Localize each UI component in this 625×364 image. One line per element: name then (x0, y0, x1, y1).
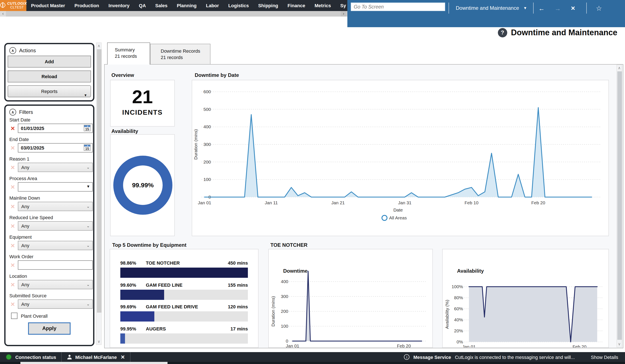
clear-filter-icon[interactable]: ✕ (9, 145, 16, 151)
scroll-down-icon[interactable]: ∨ (96, 339, 101, 344)
clear-filter-icon[interactable]: ✕ (9, 262, 16, 268)
tab-record-count: 21 records (161, 54, 210, 61)
equipment-name: TOE NOTCHER (146, 260, 180, 266)
svg-text:Jan 11: Jan 11 (265, 200, 278, 205)
bottom-scrollbar[interactable] (0, 362, 625, 364)
clear-filter-icon[interactable]: ✕ (9, 281, 16, 288)
scrollbar-thumb[interactable] (617, 71, 622, 340)
process-area-combo[interactable]: ▼ (18, 182, 93, 192)
sidebar-scrollbar[interactable]: ∧ ∨ (96, 42, 102, 345)
filter-label: Mainline Down (9, 195, 93, 200)
svg-text:Duration (mins): Duration (mins) (271, 296, 276, 327)
plant-overall-checkbox[interactable] (11, 313, 17, 319)
tab-downtime-records[interactable]: Downtime Records 21 records (150, 44, 211, 65)
calendar-icon[interactable]: 15 (84, 125, 91, 131)
field-value: Any (18, 224, 29, 228)
reports-label: Reports (41, 89, 57, 94)
favorite-star-icon[interactable]: ☆ (587, 4, 611, 12)
equipment-availability: 99.69% (120, 304, 146, 310)
scroll-right-icon[interactable]: › (341, 11, 346, 17)
reduced-line-speed-select[interactable]: Any⌄ (18, 221, 93, 231)
help-icon[interactable]: ? (498, 28, 507, 37)
menu-scrollbar[interactable]: ‹ › (0, 11, 347, 17)
equipment-select[interactable]: Any⌄ (18, 241, 93, 250)
nav-item-sales[interactable]: Sales (151, 0, 172, 11)
tab-summary[interactable]: Summary 21 records (107, 42, 150, 65)
submitted-source-select[interactable]: Any⌄ (18, 299, 93, 309)
connection-status-icon (6, 354, 11, 360)
work-order-input[interactable] (18, 260, 93, 270)
scrollbar-thumb[interactable] (20, 362, 167, 364)
overview-label: Overview (111, 72, 134, 78)
nav-item-production[interactable]: Production (70, 0, 104, 11)
nav-item-product-master[interactable]: Product Master (26, 0, 70, 11)
collapse-icon[interactable]: ∧ (9, 47, 16, 54)
clear-filter-icon[interactable]: ✕ (9, 184, 16, 190)
nav-item-metrics[interactable]: Metrics (310, 0, 336, 11)
nav-item-logistics[interactable]: Logistics (224, 0, 254, 11)
scroll-up-icon[interactable]: ∧ (617, 66, 622, 70)
clear-filter-icon[interactable]: ✕ (9, 223, 16, 229)
chevron-down-icon: ▼ (523, 6, 527, 10)
toe-notcher-downtime-card: Downtime 0100200300400Jan 01Feb 20Durati… (268, 249, 433, 348)
apply-button[interactable]: Apply (28, 322, 71, 335)
clear-filter-icon[interactable]: ✕ (9, 301, 16, 307)
downtime-by-date-chart-card: 0100200300400500600Jan 01Jan 11Jan 21Jan… (192, 80, 609, 236)
detail-availability-label: Availability (457, 268, 484, 274)
tab-label: Summary (115, 47, 150, 53)
mainline-down-select[interactable]: Any⌄ (18, 202, 93, 211)
field-value: Any (18, 282, 29, 287)
scroll-left-icon[interactable]: ‹ (0, 11, 6, 17)
reload-button[interactable]: Reload (8, 71, 91, 83)
sign-out-icon[interactable]: ✕ (121, 354, 125, 360)
nav-item-finance[interactable]: Finance (283, 0, 310, 11)
clear-filter-icon[interactable]: ✕ (9, 242, 16, 249)
scroll-down-icon[interactable]: ∨ (617, 342, 622, 346)
filter-location: Location✕Any⌄ (9, 274, 93, 289)
collapse-icon[interactable]: ∧ (9, 109, 16, 115)
content-scrollbar[interactable]: ∧ ∨ (617, 65, 622, 347)
clear-filter-icon[interactable]: ✕ (9, 125, 16, 132)
end-date-input[interactable]: 03/01/202515 (18, 143, 93, 152)
nav-item-shipping[interactable]: Shipping (253, 0, 283, 11)
reason-1-select[interactable]: Any⌄ (18, 163, 93, 172)
close-screen-button[interactable]: ✕ (566, 5, 580, 11)
svg-text:Date: Date (393, 207, 403, 212)
start-date-input[interactable]: 01/01/202515 (18, 124, 93, 133)
svg-text:400: 400 (281, 279, 288, 284)
forward-button[interactable]: → (550, 4, 566, 12)
show-details-link[interactable]: Show Details (591, 354, 618, 360)
equipment-duration: 120 mins (228, 304, 248, 310)
nav-item-planning[interactable]: Planning (172, 0, 201, 11)
svg-text:200: 200 (203, 160, 211, 164)
screen-selector[interactable]: Downtime and Maintenance ▼ (449, 5, 533, 11)
equipment-duration: 17 mins (230, 326, 248, 332)
scroll-up-icon[interactable]: ∧ (96, 44, 101, 48)
field-value: Any (18, 204, 29, 209)
incidents-card: 21 INCIDENTS (110, 80, 175, 127)
calendar-day: 15 (84, 147, 90, 151)
svg-text:Jan 31: Jan 31 (398, 200, 411, 205)
clear-filter-icon[interactable]: ✕ (9, 164, 16, 170)
nav-item-labor[interactable]: Labor (201, 0, 224, 11)
back-button[interactable]: ← (533, 4, 550, 12)
app-logo[interactable]: CUTLOGIX CLTEST (0, 0, 26, 11)
location-select[interactable]: Any⌄ (18, 280, 93, 289)
add-button[interactable]: Add (8, 56, 91, 68)
go-to-screen-input[interactable] (351, 2, 445, 11)
downtime-by-date-chart: 0100200300400500600Jan 01Jan 11Jan 21Jan… (192, 80, 609, 237)
nav-item-inventory[interactable]: Inventory (104, 0, 134, 11)
nav-item-sy[interactable]: Sy (336, 0, 347, 11)
equipment-bar (120, 268, 248, 278)
scrollbar-thumb[interactable] (97, 49, 102, 313)
svg-text:Jan 21: Jan 21 (331, 200, 344, 205)
equipment-name: GAM FEED LINE DRIVE (146, 304, 198, 310)
equipment-duration: 155 mins (228, 282, 248, 288)
plant-overall-label: Plant Overall (21, 313, 48, 318)
calendar-icon[interactable]: 15 (84, 144, 91, 151)
clear-filter-icon[interactable]: ✕ (9, 203, 16, 210)
svg-text:Availability (%): Availability (%) (444, 300, 449, 329)
reports-dropdown-button[interactable]: Reports▼ (8, 85, 91, 97)
filter-work-order: Work Order✕ (9, 254, 93, 270)
nav-item-qa[interactable]: QA (134, 0, 151, 11)
